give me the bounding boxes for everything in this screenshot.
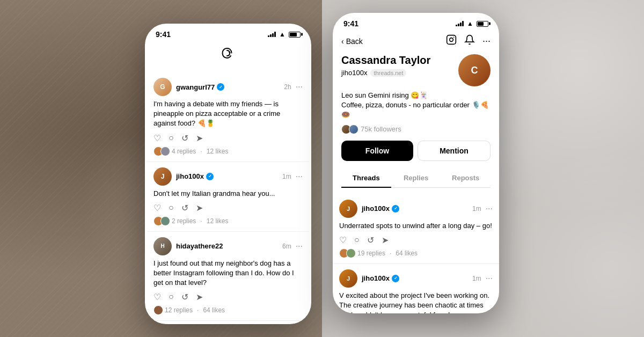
profile-top: Cassandra Taylor jiho100x threads.net C [341,54,491,86]
time-right: 9:41 [343,19,358,28]
post-1-avatar: G [153,78,172,96]
notification-icon[interactable] [464,34,475,48]
battery-icon [289,32,301,38]
status-icons-left: ▲ [268,31,301,38]
tab-replies[interactable]: Replies [391,169,441,187]
post-3-more-button[interactable]: ··· [296,241,303,251]
profile-tabs: Threads Replies Reposts [341,169,491,188]
reply-avatar [346,248,356,258]
repost-icon[interactable]: ↺ [181,292,188,302]
svg-point-2 [450,38,453,42]
post-2: J jiho100x ✓ 1m ··· Don't let my Itali [147,162,309,232]
comment-icon[interactable]: ○ [169,292,174,302]
svg-point-0 [229,52,231,54]
profile-post-1-likes: 64 likes [396,250,418,257]
battery-icon [477,21,488,27]
follower-dot [349,124,358,134]
repost-icon[interactable]: ↺ [367,235,374,245]
svg-rect-1 [447,35,456,45]
comment-icon[interactable]: ○ [354,235,360,245]
post-2-avatar: J [153,167,172,186]
followers-row: 75k followers [341,124,491,134]
post-2-author-info: J jiho100x ✓ [153,167,214,186]
post-1-author-info: G gwangurl77 ✓ [153,78,224,96]
post-3-author-row: hidayathere22 [176,242,223,250]
post-3-meta: 12 replies · 64 likes [153,305,303,315]
post-2-meta: 2 replies · 12 likes [153,216,303,226]
post-2-text: Don't let my Italian grandma hear you... [153,189,303,199]
profile-post-1-time: 1m [472,205,481,213]
signal-icon [268,32,276,37]
post-2-header: J jiho100x ✓ 1m ··· [153,167,303,186]
post-2-time: 1m [282,173,291,180]
phone-left: 9:41 ▲ [145,24,311,324]
profile-posts: J jiho100x ✓ 1m ··· Underrated spots t [333,194,499,313]
post-2-author-name: jiho100x [176,172,204,180]
profile-bio-line1: Leo sun Gemini rising 😋🃏 [341,91,491,100]
header-icons: ··· [446,34,491,48]
profile-post-1-verified: ✓ [392,205,399,213]
profile-buttons: Follow Mention [341,141,491,161]
post-3-reply-avatars [153,305,160,315]
comment-icon[interactable]: ○ [169,203,174,213]
post-2-more-button[interactable]: ··· [296,172,303,181]
profile-post-1-author-name: jiho100x [362,204,390,213]
more-options-icon[interactable]: ··· [482,35,491,47]
like-icon[interactable]: ♡ [153,133,161,143]
follow-button[interactable]: Follow [341,141,413,161]
mention-button[interactable]: Mention [418,141,491,161]
feed: G gwangurl77 ✓ 2h ··· I'm having a deb [145,72,311,324]
repost-icon[interactable]: ↺ [181,133,188,143]
post-1-reply-avatars [153,146,167,156]
status-bar-right: 9:41 ▲ [333,13,499,30]
profile-info: Cassandra Taylor jiho100x threads.net C … [333,52,499,194]
svg-point-3 [453,37,455,38]
post-1-verified-badge: ✓ [217,83,224,91]
share-icon[interactable]: ➤ [196,203,203,213]
like-icon[interactable]: ♡ [153,292,161,302]
profile-post-2-author-info: J jiho100x ✓ [339,269,399,288]
post-3: H hidayathere22 6m ··· I just found out … [147,232,309,321]
profile-name: Cassandra Taylor [341,54,430,67]
post-3-text: I just found out that my neighbor's dog … [153,259,303,288]
post-1-actions: ♡ ○ ↺ ➤ [153,133,303,143]
profile-post-2-time: 1m [472,275,481,282]
like-icon[interactable]: ♡ [153,203,161,213]
comment-icon[interactable]: ○ [169,133,174,143]
profile-post-2-avatar: J [339,269,357,288]
profile-post-1-text: Underrated spots to unwind after a long … [339,221,493,231]
profile-post-1: J jiho100x ✓ 1m ··· Underrated spots t [333,194,499,264]
post-3-replies: 12 replies [165,306,193,314]
profile-post-1-header: J jiho100x ✓ 1m ··· [339,200,493,218]
post-2-replies: 2 replies [172,217,196,225]
repost-icon[interactable]: ↺ [181,203,188,213]
share-icon[interactable]: ➤ [196,292,203,302]
tab-reposts[interactable]: Reposts [441,169,491,187]
post-3-actions: ♡ ○ ↺ ➤ [153,292,303,302]
share-icon[interactable]: ➤ [196,133,203,143]
like-icon[interactable]: ♡ [339,235,347,245]
profile-handle-row: jiho100x threads.net [341,69,430,77]
share-icon[interactable]: ➤ [382,235,389,245]
chevron-left-icon: ‹ [341,37,344,46]
post-3-author-name: hidayathere22 [176,242,223,250]
profile-header-bar: ‹ Back [333,30,499,52]
profile-handle: jiho100x [341,69,367,77]
profile-post-2: J jiho100x ✓ 1m ··· V excited about th [333,264,499,313]
back-button[interactable]: ‹ Back [341,37,363,46]
post-3-time: 6m [282,243,291,250]
profile-post-2-more[interactable]: ··· [486,274,493,283]
profile-post-1-more[interactable]: ··· [486,204,493,214]
post-1-more-button[interactable]: ··· [296,82,303,92]
post-1-likes: 12 likes [207,148,229,155]
instagram-icon[interactable] [446,34,457,48]
tab-threads[interactable]: Threads [341,169,391,187]
profile-post-2-text: V excited about the project I've been wo… [339,291,493,313]
post-3-avatar: H [153,237,172,255]
follower-icons [341,124,356,134]
profile-post-2-header: J jiho100x ✓ 1m ··· [339,269,493,288]
profile-bio: Leo sun Gemini rising 😋🃏 Coffee, pizza, … [341,91,491,120]
handle-domain-badge: threads.net [370,69,406,77]
post-3-header: H hidayathere22 6m ··· [153,237,303,255]
signal-icon [456,21,464,26]
